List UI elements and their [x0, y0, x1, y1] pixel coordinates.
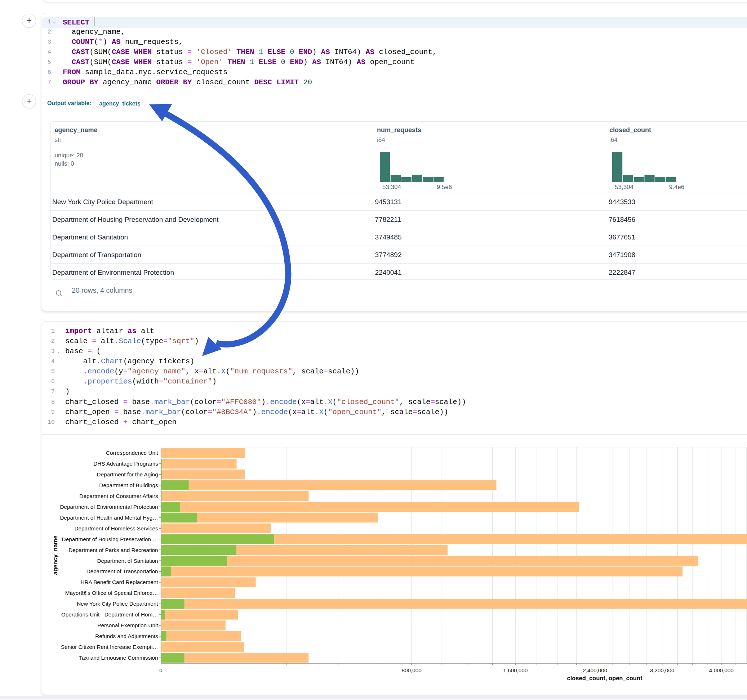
svg-text:Department of Environmental Pr: Department of Environmental Protection: [60, 504, 158, 510]
svg-text:Operations Unit - Department o: Operations Unit - Department of Hom…: [61, 611, 158, 617]
svg-text:Department of Transportation: Department of Transportation: [86, 568, 158, 574]
svg-text:agency_name: agency_name: [52, 536, 58, 575]
svg-text:1,600,000: 1,600,000: [503, 667, 528, 673]
svg-text:Department for the Aging: Department for the Aging: [97, 471, 158, 477]
svg-text:Department of Homeless Service: Department of Homeless Services: [75, 525, 158, 531]
svg-text:2,400,000: 2,400,000: [583, 667, 607, 673]
svg-text:Mayorâ€ s Office of Special En: Mayorâ€ s Office of Special Enforce…: [65, 590, 158, 596]
svg-text:800,000: 800,000: [401, 667, 421, 673]
svg-text:New York City Police Departmen: New York City Police Department: [77, 600, 158, 607]
svg-text:Refunds and Adjustments: Refunds and Adjustments: [95, 633, 158, 639]
svg-text:HRA Benefit Card Replacement: HRA Benefit Card Replacement: [80, 579, 158, 585]
svg-text:Department of Buildings: Department of Buildings: [99, 482, 158, 488]
svg-text:Department of Parks and Recrea: Department of Parks and Recreation: [68, 547, 158, 553]
svg-text:closed_count, open_count: closed_count, open_count: [567, 675, 643, 681]
svg-text:Senior Citizen Rent Increase E: Senior Citizen Rent Increase Exempti…: [61, 644, 158, 650]
svg-text:Taxi and Limousine Commission: Taxi and Limousine Commission: [79, 655, 158, 661]
svg-text:Personal Exemption Unit: Personal Exemption Unit: [97, 622, 158, 628]
svg-text:3,200,000: 3,200,000: [650, 667, 674, 673]
svg-text:Department of Housing Preserva: Department of Housing Preservation …: [62, 536, 158, 542]
svg-text:4,000,000: 4,000,000: [709, 667, 734, 673]
svg-text:Correspondence Unit: Correspondence Unit: [106, 450, 158, 456]
svg-text:DHS Advantage Programs: DHS Advantage Programs: [93, 460, 158, 467]
svg-text:Department of Sanitation: Department of Sanitation: [97, 558, 158, 564]
svg-text:Department of Health and Menta: Department of Health and Mental Hyg…: [60, 514, 158, 520]
svg-text:0: 0: [159, 667, 163, 673]
svg-text:Department of Consumer Affairs: Department of Consumer Affairs: [79, 493, 158, 499]
